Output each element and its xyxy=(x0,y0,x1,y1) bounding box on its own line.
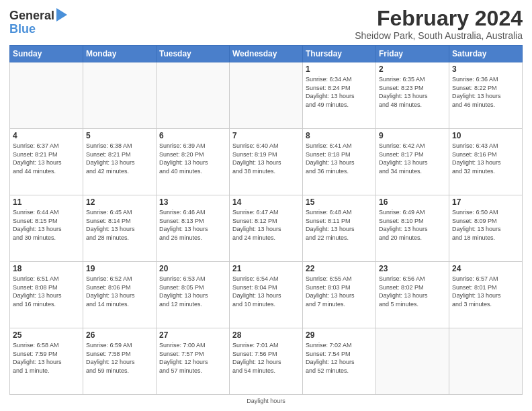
calendar-day-header: Wednesday xyxy=(230,46,303,62)
day-number: 13 xyxy=(159,197,226,207)
day-number: 7 xyxy=(232,131,300,140)
calendar-cell xyxy=(83,62,157,129)
calendar-cell: 29Sunrise: 7:02 AM Sunset: 7:54 PM Dayli… xyxy=(303,328,376,395)
day-info: Sunrise: 7:00 AM Sunset: 7:57 PM Dayligh… xyxy=(159,341,226,375)
day-number: 16 xyxy=(379,197,446,207)
day-info: Sunrise: 6:56 AM Sunset: 8:02 PM Dayligh… xyxy=(379,275,446,308)
calendar-cell xyxy=(230,62,303,129)
day-info: Sunrise: 6:55 AM Sunset: 8:03 PM Dayligh… xyxy=(306,275,373,308)
day-number: 1 xyxy=(306,64,373,74)
calendar-cell: 4Sunrise: 6:37 AM Sunset: 8:21 PM Daylig… xyxy=(10,129,83,195)
page: General Blue February 2024 Sheidow Park,… xyxy=(0,0,532,411)
day-number: 6 xyxy=(159,131,226,140)
day-number: 5 xyxy=(86,131,153,140)
calendar-day-header: Thursday xyxy=(303,46,376,62)
calendar-cell: 17Sunrise: 6:50 AM Sunset: 8:09 PM Dayli… xyxy=(449,195,523,262)
day-number: 2 xyxy=(379,64,446,74)
calendar-cell: 3Sunrise: 6:36 AM Sunset: 8:22 PM Daylig… xyxy=(449,62,523,129)
day-number: 25 xyxy=(13,330,80,340)
day-info: Sunrise: 6:59 AM Sunset: 7:58 PM Dayligh… xyxy=(86,341,153,375)
day-info: Sunrise: 6:51 AM Sunset: 8:08 PM Dayligh… xyxy=(13,275,80,308)
day-number: 20 xyxy=(159,264,226,273)
calendar-cell: 1Sunrise: 6:34 AM Sunset: 8:24 PM Daylig… xyxy=(303,62,376,129)
day-info: Sunrise: 6:54 AM Sunset: 8:04 PM Dayligh… xyxy=(232,275,300,308)
day-number: 3 xyxy=(452,64,519,74)
logo-arrow-icon xyxy=(56,8,67,21)
calendar-week-row: 11Sunrise: 6:44 AM Sunset: 8:15 PM Dayli… xyxy=(10,195,523,262)
calendar-week-row: 1Sunrise: 6:34 AM Sunset: 8:24 PM Daylig… xyxy=(10,62,523,129)
calendar-cell: 21Sunrise: 6:54 AM Sunset: 8:04 PM Dayli… xyxy=(230,262,303,328)
calendar-cell: 18Sunrise: 6:51 AM Sunset: 8:08 PM Dayli… xyxy=(10,262,83,328)
day-info: Sunrise: 7:01 AM Sunset: 7:56 PM Dayligh… xyxy=(232,341,300,375)
calendar-cell: 8Sunrise: 6:41 AM Sunset: 8:18 PM Daylig… xyxy=(303,129,376,195)
footer: Daylight hours xyxy=(9,398,523,404)
day-info: Sunrise: 6:58 AM Sunset: 7:59 PM Dayligh… xyxy=(13,341,80,375)
day-number: 21 xyxy=(232,264,300,273)
day-info: Sunrise: 6:44 AM Sunset: 8:15 PM Dayligh… xyxy=(13,208,80,242)
calendar-cell xyxy=(10,62,83,129)
calendar-cell: 13Sunrise: 6:46 AM Sunset: 8:13 PM Dayli… xyxy=(157,195,230,262)
calendar-cell: 2Sunrise: 6:35 AM Sunset: 8:23 PM Daylig… xyxy=(376,62,449,129)
calendar-cell: 10Sunrise: 6:43 AM Sunset: 8:16 PM Dayli… xyxy=(449,129,523,195)
day-info: Sunrise: 6:37 AM Sunset: 8:21 PM Dayligh… xyxy=(13,142,80,175)
day-number: 11 xyxy=(13,197,80,207)
day-number: 23 xyxy=(379,264,446,273)
calendar-cell xyxy=(157,62,230,129)
calendar-cell: 24Sunrise: 6:57 AM Sunset: 8:01 PM Dayli… xyxy=(449,262,523,328)
day-info: Sunrise: 6:52 AM Sunset: 8:06 PM Dayligh… xyxy=(86,275,153,308)
logo-general: General xyxy=(9,9,54,23)
calendar-day-header: Saturday xyxy=(449,46,523,62)
calendar-day-header: Friday xyxy=(376,46,449,62)
daylight-label: Daylight hours xyxy=(247,398,285,404)
logo: General Blue xyxy=(9,7,67,36)
calendar-cell: 11Sunrise: 6:44 AM Sunset: 8:15 PM Dayli… xyxy=(10,195,83,262)
day-number: 14 xyxy=(232,197,300,207)
day-info: Sunrise: 7:02 AM Sunset: 7:54 PM Dayligh… xyxy=(306,341,373,375)
calendar-day-header: Tuesday xyxy=(157,46,230,62)
calendar-week-row: 18Sunrise: 6:51 AM Sunset: 8:08 PM Dayli… xyxy=(10,262,523,328)
day-number: 24 xyxy=(452,264,519,273)
calendar-day-header: Sunday xyxy=(10,46,83,62)
calendar-week-row: 25Sunrise: 6:58 AM Sunset: 7:59 PM Dayli… xyxy=(10,328,523,395)
day-number: 28 xyxy=(232,330,300,340)
calendar-cell: 20Sunrise: 6:53 AM Sunset: 8:05 PM Dayli… xyxy=(157,262,230,328)
day-number: 27 xyxy=(159,330,226,340)
day-info: Sunrise: 6:39 AM Sunset: 8:20 PM Dayligh… xyxy=(159,142,226,175)
calendar-cell: 6Sunrise: 6:39 AM Sunset: 8:20 PM Daylig… xyxy=(157,129,230,195)
calendar-cell: 25Sunrise: 6:58 AM Sunset: 7:59 PM Dayli… xyxy=(10,328,83,395)
calendar-cell: 26Sunrise: 6:59 AM Sunset: 7:58 PM Dayli… xyxy=(83,328,157,395)
calendar-cell: 19Sunrise: 6:52 AM Sunset: 8:06 PM Dayli… xyxy=(83,262,157,328)
calendar-cell xyxy=(449,328,523,395)
day-number: 9 xyxy=(379,131,446,140)
calendar-cell: 5Sunrise: 6:38 AM Sunset: 8:21 PM Daylig… xyxy=(83,129,157,195)
calendar-cell: 22Sunrise: 6:55 AM Sunset: 8:03 PM Dayli… xyxy=(303,262,376,328)
calendar-header-row: SundayMondayTuesdayWednesdayThursdayFrid… xyxy=(10,46,523,62)
day-info: Sunrise: 6:35 AM Sunset: 8:23 PM Dayligh… xyxy=(379,75,446,109)
header: General Blue February 2024 Sheidow Park,… xyxy=(9,7,523,41)
calendar-cell: 27Sunrise: 7:00 AM Sunset: 7:57 PM Dayli… xyxy=(157,328,230,395)
day-number: 4 xyxy=(13,131,80,140)
day-number: 26 xyxy=(86,330,153,340)
day-info: Sunrise: 6:46 AM Sunset: 8:13 PM Dayligh… xyxy=(159,208,226,242)
calendar-cell: 14Sunrise: 6:47 AM Sunset: 8:12 PM Dayli… xyxy=(230,195,303,262)
title-section: February 2024 Sheidow Park, South Austra… xyxy=(355,7,523,41)
calendar-cell: 12Sunrise: 6:45 AM Sunset: 8:14 PM Dayli… xyxy=(83,195,157,262)
day-info: Sunrise: 6:47 AM Sunset: 8:12 PM Dayligh… xyxy=(232,208,300,242)
day-number: 17 xyxy=(452,197,519,207)
day-number: 12 xyxy=(86,197,153,207)
day-info: Sunrise: 6:34 AM Sunset: 8:24 PM Dayligh… xyxy=(306,75,373,109)
calendar-day-header: Monday xyxy=(83,46,157,62)
day-info: Sunrise: 6:40 AM Sunset: 8:19 PM Dayligh… xyxy=(232,142,300,175)
calendar-cell: 15Sunrise: 6:48 AM Sunset: 8:11 PM Dayli… xyxy=(303,195,376,262)
day-info: Sunrise: 6:43 AM Sunset: 8:16 PM Dayligh… xyxy=(452,142,519,175)
day-number: 18 xyxy=(13,264,80,273)
day-info: Sunrise: 6:49 AM Sunset: 8:10 PM Dayligh… xyxy=(379,208,446,242)
day-number: 15 xyxy=(306,197,373,207)
day-number: 19 xyxy=(86,264,153,273)
day-info: Sunrise: 6:38 AM Sunset: 8:21 PM Dayligh… xyxy=(86,142,153,175)
day-info: Sunrise: 6:45 AM Sunset: 8:14 PM Dayligh… xyxy=(86,208,153,242)
day-info: Sunrise: 6:48 AM Sunset: 8:11 PM Dayligh… xyxy=(306,208,373,242)
month-title: February 2024 xyxy=(355,7,523,30)
day-number: 8 xyxy=(306,131,373,140)
calendar-cell: 28Sunrise: 7:01 AM Sunset: 7:56 PM Dayli… xyxy=(230,328,303,395)
